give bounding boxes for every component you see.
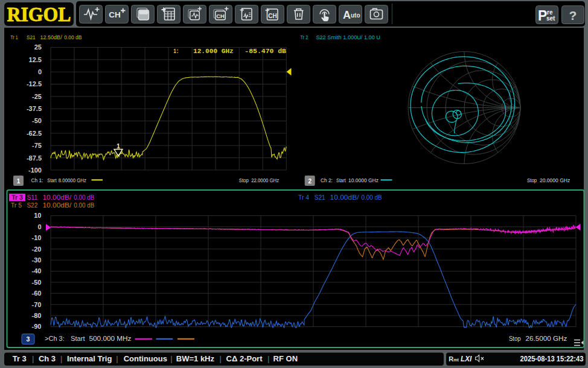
- svg-text:Continuous: Continuous: [124, 354, 167, 363]
- svg-text:CΔ 2-Port: CΔ 2-Port: [226, 354, 263, 363]
- svg-text:Tr 3: Tr 3: [13, 354, 27, 363]
- svg-text:-25: -25: [32, 93, 42, 100]
- svg-text:LXI: LXI: [461, 354, 472, 363]
- svg-text:?: ?: [569, 8, 577, 22]
- svg-text:-60: -60: [32, 290, 42, 297]
- svg-text:-70: -70: [32, 301, 42, 308]
- svg-text:Stop: Stop: [239, 177, 249, 183]
- svg-text:0.00 dB: 0.00 dB: [64, 34, 81, 40]
- svg-text:Start: Start: [71, 335, 85, 342]
- svg-text:12.000 GHz: 12.000 GHz: [193, 48, 234, 55]
- svg-text:A: A: [343, 9, 351, 21]
- svg-text:2025-08-13 15:22:43: 2025-08-13 15:22:43: [520, 355, 584, 363]
- svg-text:0.00 dB: 0.00 dB: [362, 194, 382, 201]
- svg-text:CH: CH: [268, 13, 276, 19]
- svg-text:|: |: [116, 354, 118, 363]
- svg-text:3: 3: [27, 335, 30, 343]
- svg-text:|: |: [267, 354, 269, 363]
- svg-text:>Ch 3:: >Ch 3:: [45, 335, 65, 342]
- svg-text:RIGOL: RIGOL: [7, 4, 71, 25]
- svg-text:Ch 3: Ch 3: [39, 354, 56, 363]
- svg-text:S21: S21: [315, 194, 325, 201]
- svg-text:-100: -100: [28, 167, 42, 174]
- svg-text:Tr 4: Tr 4: [298, 194, 309, 201]
- svg-text:CH: CH: [216, 13, 225, 19]
- svg-text:0.00 dB: 0.00 dB: [74, 202, 94, 209]
- svg-text:Ch 2:: Ch 2:: [321, 177, 333, 183]
- svg-text:22.0000 GHz: 22.0000 GHz: [251, 177, 279, 183]
- svg-text:-87.5: -87.5: [27, 154, 42, 162]
- svg-text:S11: S11: [27, 194, 37, 201]
- svg-text:26.5000 GHz: 26.5000 GHz: [526, 335, 567, 342]
- svg-text:25: 25: [34, 43, 42, 51]
- svg-text:2: 2: [308, 178, 312, 185]
- svg-text:10.00dB/: 10.00dB/: [42, 202, 71, 209]
- svg-text:-75: -75: [32, 142, 42, 149]
- svg-text:Internal Trig: Internal Trig: [67, 354, 112, 363]
- svg-text:10: 10: [34, 212, 41, 219]
- svg-text:|: |: [60, 354, 62, 363]
- svg-text:|: |: [219, 354, 221, 363]
- svg-text:S22: S22: [27, 202, 37, 209]
- svg-text:-50: -50: [32, 279, 42, 286]
- svg-text:500.000 MHz: 500.000 MHz: [89, 335, 132, 342]
- svg-text:0: 0: [37, 223, 41, 230]
- svg-text:Tr 3: Tr 3: [11, 194, 23, 201]
- svg-text:8.00000 GHz: 8.00000 GHz: [59, 177, 86, 183]
- svg-text:-20: -20: [32, 246, 42, 253]
- svg-text:12.50dB/: 12.50dB/: [40, 34, 62, 40]
- svg-text:1: 1: [17, 178, 21, 185]
- svg-text:10.00dB/: 10.00dB/: [42, 194, 71, 201]
- svg-text:Tr 5: Tr 5: [11, 202, 22, 209]
- svg-text:0.00 dB: 0.00 dB: [74, 194, 94, 201]
- svg-text:-80: -80: [32, 312, 42, 319]
- svg-text:-12.5: -12.5: [27, 80, 42, 87]
- svg-text:-50: -50: [32, 117, 42, 124]
- svg-text:|: |: [32, 354, 34, 363]
- svg-text:12.5: 12.5: [29, 56, 42, 63]
- svg-text:-85.470 dB: -85.470 dB: [244, 48, 286, 55]
- svg-text:S22 Smith 1.000U/ 1.00 U: S22 Smith 1.000U/ 1.00 U: [316, 34, 380, 40]
- svg-text:Stop: Stop: [509, 335, 521, 342]
- svg-text:Start: Start: [47, 177, 57, 183]
- svg-text:1: 1: [117, 143, 120, 150]
- svg-text:BW=1 kHz: BW=1 kHz: [176, 354, 215, 363]
- svg-text:-30: -30: [32, 256, 42, 264]
- svg-text:Start: Start: [336, 177, 346, 183]
- svg-text:-40: -40: [32, 267, 42, 274]
- svg-text:RF ON: RF ON: [273, 354, 298, 363]
- svg-text:S21: S21: [27, 34, 36, 40]
- svg-text:Tr 2: Tr 2: [301, 34, 308, 40]
- svg-text:re: re: [547, 9, 553, 16]
- svg-text:Stop: Stop: [527, 177, 537, 183]
- svg-text:uto: uto: [351, 12, 360, 19]
- svg-text:-37.5: -37.5: [27, 105, 42, 112]
- svg-text:1:: 1:: [173, 48, 179, 55]
- svg-text:-90: -90: [32, 323, 42, 330]
- svg-text:0: 0: [38, 68, 42, 75]
- svg-text:set: set: [546, 15, 555, 22]
- svg-text:|: |: [170, 354, 172, 363]
- svg-text:CH: CH: [109, 10, 121, 19]
- svg-text:10.0000 GHz: 10.0000 GHz: [348, 177, 379, 183]
- svg-text:Ch 1:: Ch 1:: [31, 177, 43, 183]
- svg-text:10.00dB/: 10.00dB/: [330, 194, 359, 201]
- svg-text:-62.5: -62.5: [27, 130, 42, 137]
- svg-text:20.0000 GHz: 20.0000 GHz: [540, 177, 570, 183]
- svg-text:-10: -10: [32, 234, 42, 241]
- svg-text:Tr 1: Tr 1: [11, 34, 18, 40]
